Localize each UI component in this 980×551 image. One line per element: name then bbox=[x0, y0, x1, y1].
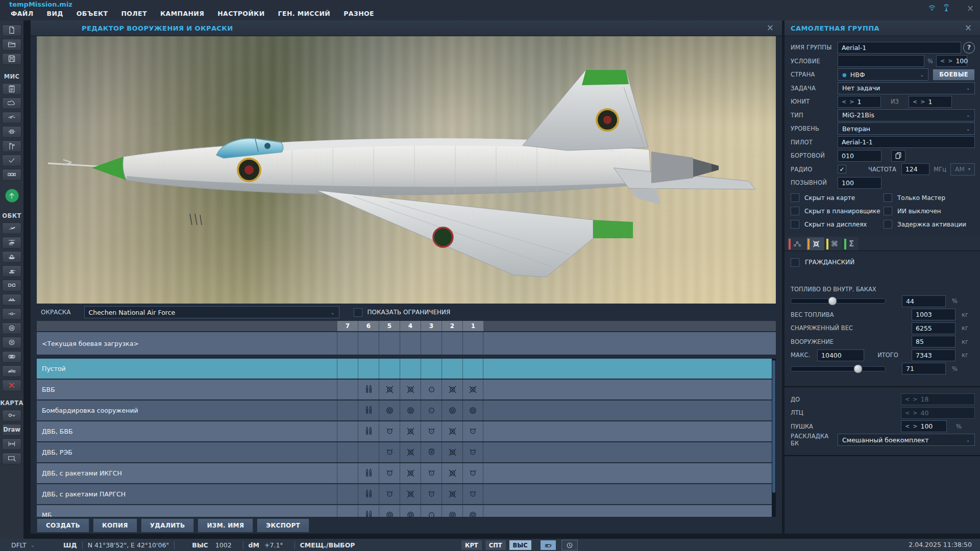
pylon-cell[interactable] bbox=[462, 359, 483, 379]
pylon-cell[interactable] bbox=[400, 380, 421, 399]
pylon-cell[interactable] bbox=[442, 505, 462, 517]
checkbox[interactable] bbox=[791, 193, 799, 202]
pylon-cell[interactable] bbox=[462, 484, 483, 504]
offset-select-button[interactable]: СМЕЩ./ВЫБОР bbox=[300, 541, 355, 549]
mission-check-button[interactable] bbox=[2, 155, 21, 166]
loadout-row[interactable]: МБ bbox=[37, 505, 776, 517]
pylon-cell[interactable] bbox=[337, 380, 358, 399]
pylon-cell[interactable] bbox=[400, 400, 421, 420]
condition-input[interactable] bbox=[838, 55, 924, 67]
frequency-input[interactable]: 124 bbox=[901, 163, 929, 175]
loadout-row[interactable]: <Текущая боевая загрузка> bbox=[37, 332, 776, 355]
pylon-cell[interactable] bbox=[358, 359, 379, 379]
pylon-cell[interactable] bbox=[379, 442, 400, 462]
pylon-cell[interactable] bbox=[400, 463, 421, 483]
aircraft-type-dropdown[interactable]: MiG-21Bis ⌄ bbox=[838, 109, 975, 121]
antenna-icon[interactable] bbox=[942, 4, 950, 14]
pylon-cell[interactable] bbox=[442, 463, 462, 483]
pylon-cell[interactable] bbox=[421, 505, 442, 517]
group-tab[interactable]: ⌘ bbox=[825, 237, 842, 251]
pylon-cell[interactable] bbox=[379, 400, 400, 420]
unit-number-stepper[interactable]: <>1 bbox=[838, 96, 881, 108]
pylon-cell[interactable] bbox=[379, 332, 400, 355]
trigger-chain-button[interactable] bbox=[2, 169, 21, 181]
add-node-button[interactable] bbox=[2, 308, 21, 320]
pylon-cell[interactable] bbox=[442, 442, 462, 462]
help-button[interactable]: ? bbox=[963, 42, 975, 54]
skin-dropdown[interactable]: Chechen National Air Force ⌄ bbox=[84, 306, 339, 318]
pylon-cell[interactable] bbox=[337, 359, 358, 379]
menu-item[interactable]: РАЗНОЕ bbox=[337, 8, 381, 19]
map-layer-toggle[interactable]: СПТ bbox=[485, 540, 506, 550]
pylon-cell[interactable] bbox=[421, 400, 442, 420]
fuel-percent-input[interactable]: 44 bbox=[902, 295, 946, 307]
pylon-cell[interactable] bbox=[442, 380, 462, 399]
checkbox[interactable] bbox=[884, 207, 892, 215]
menu-item[interactable]: ФАЙЛ bbox=[4, 8, 40, 19]
triggers-button[interactable] bbox=[2, 112, 21, 123]
pylon-cell[interactable] bbox=[462, 332, 483, 355]
pylon-cell[interactable] bbox=[421, 421, 442, 441]
ruler-button[interactable] bbox=[2, 438, 21, 450]
pylon-cell[interactable] bbox=[358, 442, 379, 462]
units-visibility-button[interactable] bbox=[540, 540, 556, 550]
save-mission-button[interactable] bbox=[2, 53, 21, 65]
menu-item[interactable]: ПОЛЕТ bbox=[114, 8, 154, 19]
pylon-cell[interactable] bbox=[462, 505, 483, 517]
group-tab[interactable] bbox=[806, 237, 824, 251]
pylon-cell[interactable] bbox=[400, 332, 421, 355]
pylon-cell[interactable] bbox=[400, 421, 421, 441]
open-mission-button[interactable] bbox=[2, 39, 21, 51]
pylon-cell[interactable] bbox=[358, 505, 379, 517]
pylon-cell[interactable] bbox=[462, 442, 483, 462]
unit-total-stepper[interactable]: <>1 bbox=[909, 96, 952, 108]
pylon-cell[interactable] bbox=[462, 421, 483, 441]
slider-knob[interactable] bbox=[828, 297, 837, 306]
loadout-action-button[interactable]: КОПИЯ bbox=[93, 518, 137, 533]
goals-button[interactable] bbox=[2, 140, 21, 152]
group-tab[interactable] bbox=[788, 237, 805, 251]
wifi-icon[interactable] bbox=[928, 4, 936, 14]
radio-checkbox[interactable]: ✓ bbox=[838, 165, 846, 173]
pylon-cell[interactable] bbox=[442, 359, 462, 379]
map-select-button[interactable] bbox=[2, 453, 21, 464]
loadout-action-button[interactable]: ИЗМ. ИМЯ bbox=[198, 518, 253, 533]
pylon-cell[interactable] bbox=[421, 332, 442, 355]
loadout-row[interactable]: ДВБ, с ракетами ИКГСН bbox=[37, 463, 776, 483]
slider-knob[interactable] bbox=[853, 364, 862, 373]
checkbox[interactable] bbox=[884, 193, 892, 202]
loadout-action-button[interactable]: УДАЛИТЬ bbox=[141, 518, 194, 533]
add-ship-button[interactable] bbox=[2, 251, 21, 263]
checkbox[interactable] bbox=[791, 207, 799, 215]
empty-weight-input[interactable]: 6255 bbox=[912, 322, 955, 334]
loadout-action-button[interactable]: ЭКСПОРТ bbox=[257, 518, 309, 533]
pylon-cell[interactable] bbox=[421, 442, 442, 462]
add-static-button[interactable] bbox=[2, 280, 21, 291]
menu-item[interactable]: ОБЪЕКТ bbox=[70, 8, 115, 19]
templates-button[interactable] bbox=[2, 351, 21, 363]
civil-checkbox[interactable] bbox=[791, 258, 799, 267]
modulation-dropdown[interactable]: AM ▾ bbox=[950, 163, 975, 176]
new-mission-button[interactable] bbox=[2, 24, 21, 36]
map-layer-toggle[interactable]: ВЫС bbox=[509, 540, 532, 550]
aircraft-3d-viewport[interactable] bbox=[37, 36, 776, 304]
pylon-cell[interactable] bbox=[379, 380, 400, 399]
pylon-cell[interactable] bbox=[337, 463, 358, 483]
pylon-cell[interactable] bbox=[400, 484, 421, 504]
show-limits-checkbox[interactable] bbox=[354, 308, 362, 317]
loadout-row[interactable]: ДВБ, с ракетами ПАРГСН bbox=[37, 484, 776, 504]
menu-item[interactable]: ВИД bbox=[40, 8, 70, 19]
pylon-cell[interactable] bbox=[358, 380, 379, 399]
pylon-cell[interactable] bbox=[337, 484, 358, 504]
loadout-action-button[interactable]: СОЗДАТЬ bbox=[37, 518, 89, 533]
pylon-cell[interactable] bbox=[442, 332, 462, 355]
time-settings-button[interactable] bbox=[561, 540, 578, 550]
pylon-cell[interactable] bbox=[462, 380, 483, 399]
pylon-cell[interactable] bbox=[337, 421, 358, 441]
unit-list-button[interactable] bbox=[2, 365, 21, 377]
menu-item[interactable]: НАСТРОЙКИ bbox=[211, 8, 271, 19]
map-mode-dropdown[interactable]: DFLT bbox=[11, 541, 27, 549]
checkbox[interactable] bbox=[884, 220, 892, 229]
task-dropdown[interactable]: Нет задачи ⌄ bbox=[838, 82, 975, 94]
pylon-cell[interactable] bbox=[379, 359, 400, 379]
